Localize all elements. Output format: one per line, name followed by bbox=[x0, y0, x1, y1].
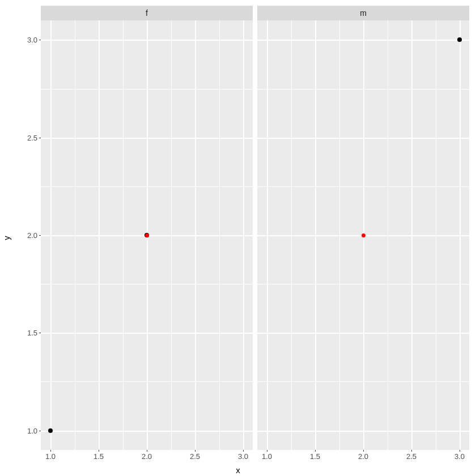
facet-strip-m: m bbox=[257, 6, 469, 20]
panel-m: 1.01.52.02.53.0 bbox=[257, 20, 469, 450]
panel-f: 1.01.52.02.53.01.01.52.02.53.0 bbox=[41, 20, 253, 450]
facet-grid: f m 1.01.52.02.53.01.01.52.02.53.0 1.01.… bbox=[41, 6, 469, 450]
y-axis-title: y bbox=[2, 236, 11, 240]
data-point bbox=[457, 37, 462, 42]
data-point bbox=[48, 428, 53, 433]
faceted-scatter-chart: y x f m 1.01.52.02.53.01.01.52.02.53.0 1… bbox=[0, 0, 476, 476]
data-point bbox=[362, 233, 366, 237]
x-axis-title: x bbox=[236, 465, 240, 475]
data-point bbox=[145, 233, 149, 237]
facet-strip-f: f bbox=[41, 6, 253, 20]
